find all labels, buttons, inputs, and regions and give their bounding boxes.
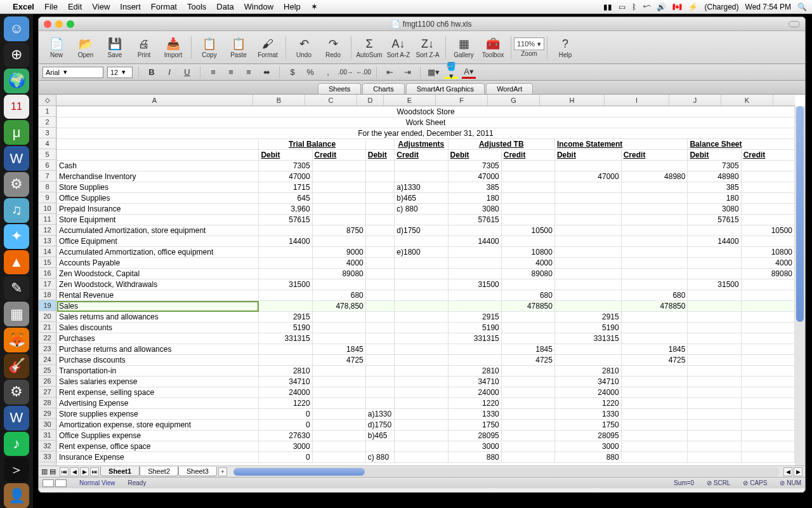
cell[interactable]: 9000 xyxy=(312,247,365,258)
dock-terminal-icon[interactable]: ＞ xyxy=(4,457,29,482)
cell[interactable] xyxy=(395,355,448,366)
cell[interactable]: Accumulated Ammortization, office equipm… xyxy=(57,247,259,258)
cell[interactable]: Office Supplies expense xyxy=(57,431,259,441)
dock-garage-icon[interactable]: 🎸 xyxy=(4,354,29,378)
cell[interactable] xyxy=(501,441,554,452)
cell[interactable] xyxy=(621,441,688,452)
cell[interactable] xyxy=(312,204,365,215)
scroll-right-button[interactable]: ▶ xyxy=(794,467,802,476)
cell[interactable]: Accounts Payable xyxy=(57,258,259,269)
cell[interactable]: 331315 xyxy=(448,333,501,344)
align-left-button[interactable]: ≡ xyxy=(206,66,220,79)
cell[interactable]: Credit xyxy=(312,150,365,161)
cell[interactable] xyxy=(395,431,448,441)
row-header-29[interactable]: 29 xyxy=(39,408,56,419)
cell[interactable] xyxy=(365,398,395,409)
cell[interactable]: 4000 xyxy=(312,258,365,269)
cell[interactable] xyxy=(554,258,621,269)
align-center-button[interactable]: ≡ xyxy=(224,66,238,79)
cell[interactable] xyxy=(501,279,554,290)
cell[interactable] xyxy=(312,398,365,409)
cell[interactable]: 5190 xyxy=(448,323,501,333)
row-header-17[interactable]: 17 xyxy=(39,279,56,290)
cell[interactable] xyxy=(554,225,621,236)
cell[interactable]: 0 xyxy=(259,409,312,420)
cell[interactable] xyxy=(688,269,741,279)
cell[interactable] xyxy=(365,161,395,171)
vertical-scrollbar[interactable] xyxy=(795,106,805,465)
cell[interactable]: 1845 xyxy=(312,344,365,355)
cell[interactable]: Store Supplies xyxy=(57,182,259,193)
cell[interactable] xyxy=(688,441,741,452)
cell[interactable]: 57615 xyxy=(448,215,501,225)
cell[interactable] xyxy=(741,182,794,193)
cell[interactable]: 34710 xyxy=(259,377,312,387)
inc-decimal-button[interactable]: .00→ xyxy=(339,66,353,79)
cell[interactable] xyxy=(395,323,448,333)
cell[interactable] xyxy=(395,398,448,409)
cell[interactable] xyxy=(741,387,794,398)
cell[interactable]: 24000 xyxy=(448,387,501,398)
cell[interactable] xyxy=(621,409,688,420)
dec-indent-button[interactable]: ⇤ xyxy=(383,66,396,79)
import-button[interactable]: 📥Import xyxy=(159,36,187,58)
cell[interactable]: 8750 xyxy=(312,225,365,236)
cell[interactable]: b)465 xyxy=(395,193,448,204)
toolbox-button[interactable]: 🧰Toolbox xyxy=(479,36,507,58)
cell[interactable] xyxy=(688,323,741,333)
cell[interactable]: 385 xyxy=(448,182,501,193)
cell[interactable] xyxy=(259,247,312,258)
help-button[interactable]: ?Help xyxy=(551,36,579,58)
cell[interactable] xyxy=(395,161,448,171)
cell[interactable] xyxy=(312,215,365,225)
cell[interactable]: 14400 xyxy=(688,236,741,247)
row-header-25[interactable]: 25 xyxy=(39,365,56,376)
cell[interactable]: 331315 xyxy=(554,333,621,344)
cell[interactable] xyxy=(312,441,365,452)
cell[interactable]: 27630 xyxy=(259,431,312,441)
col-header-F[interactable]: F xyxy=(436,95,488,105)
zoom-icon[interactable] xyxy=(67,20,74,28)
cell[interactable]: Office Supplies xyxy=(57,193,259,204)
cell[interactable]: Purchases xyxy=(57,333,259,344)
menu-help[interactable]: Help xyxy=(284,2,301,11)
cell[interactable] xyxy=(554,204,621,215)
cell[interactable] xyxy=(688,398,741,409)
col-header-K[interactable]: K xyxy=(721,95,773,105)
cell[interactable] xyxy=(621,387,688,398)
new-button[interactable]: 📄New xyxy=(43,36,70,58)
cell[interactable] xyxy=(741,333,794,344)
row-header-18[interactable]: 18 xyxy=(39,290,56,300)
cell[interactable] xyxy=(395,452,448,463)
cell[interactable] xyxy=(395,290,448,301)
row-header-14[interactable]: 14 xyxy=(39,246,56,257)
cell[interactable]: Debit xyxy=(259,150,312,161)
cell[interactable]: 5190 xyxy=(554,323,621,333)
cell[interactable]: 0 xyxy=(259,420,312,431)
cell[interactable]: 1220 xyxy=(554,398,621,409)
sort-z-a-button[interactable]: Z↓Sort Z-A xyxy=(414,36,442,58)
col-header-E[interactable]: E xyxy=(384,95,436,105)
col-header-G[interactable]: G xyxy=(488,95,540,105)
cell[interactable]: 47000 xyxy=(448,171,501,182)
cell[interactable] xyxy=(741,193,794,204)
cell[interactable]: d)1750 xyxy=(365,420,395,431)
cell[interactable]: Rent expense, selling space xyxy=(57,387,259,398)
cell[interactable] xyxy=(554,269,621,279)
undo-button[interactable]: ↶Undo xyxy=(290,36,318,58)
cell[interactable] xyxy=(501,366,554,377)
row-header-28[interactable]: 28 xyxy=(39,398,56,408)
cell[interactable] xyxy=(312,236,365,247)
cell[interactable]: 2915 xyxy=(554,312,621,323)
cell[interactable] xyxy=(312,312,365,323)
cell[interactable]: 1750 xyxy=(448,420,501,431)
row-header-23[interactable]: 23 xyxy=(39,344,56,354)
font-combo[interactable]: Arial▾ xyxy=(43,67,103,78)
cell[interactable] xyxy=(554,247,621,258)
dock-word-icon[interactable]: W xyxy=(4,146,29,171)
cell[interactable]: 57615 xyxy=(688,215,741,225)
cell[interactable]: 1845 xyxy=(501,344,554,355)
cell[interactable]: Debit xyxy=(688,150,741,161)
bold-button[interactable]: B xyxy=(145,66,159,79)
cell[interactable]: 4000 xyxy=(501,258,554,269)
